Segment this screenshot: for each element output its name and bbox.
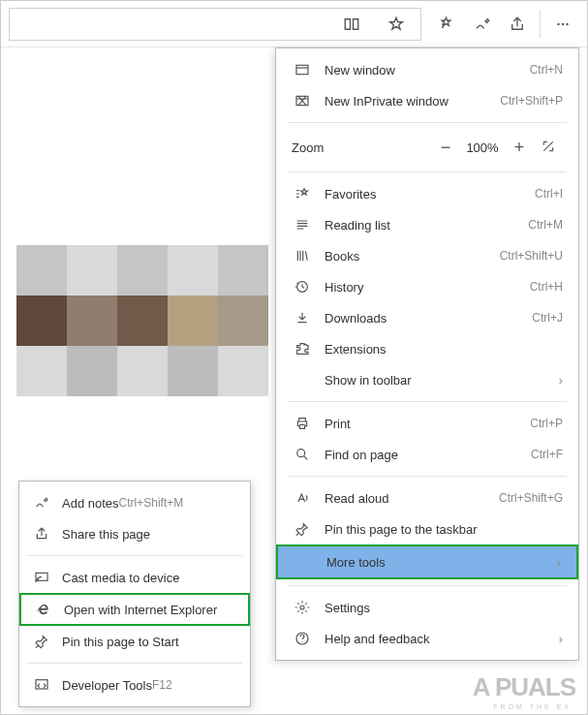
menu-label: Pin this page to Start — [62, 635, 179, 649]
svg-point-0 — [557, 22, 559, 24]
menu-history[interactable]: History Ctrl+H — [276, 271, 578, 302]
menu-more-tools[interactable]: More tools › — [276, 544, 578, 579]
menu-label: Help and feedback — [325, 632, 559, 646]
favorites-hub-icon[interactable] — [431, 8, 464, 41]
devtools-icon — [31, 677, 52, 693]
chevron-right-icon: › — [559, 373, 563, 388]
toolbar-separator — [540, 11, 541, 38]
blurred-content — [16, 195, 268, 447]
window-icon — [292, 62, 313, 78]
reading-view-icon[interactable] — [335, 8, 368, 41]
svg-rect-3 — [296, 65, 308, 74]
menu-show-in-toolbar[interactable]: Show in toolbar › — [276, 364, 578, 395]
toolbar — [1, 1, 587, 47]
menu-settings[interactable]: Settings — [276, 592, 578, 623]
inprivate-icon — [292, 93, 313, 109]
watermark: A PUALS — [473, 672, 575, 702]
menu-label: More tools — [326, 555, 557, 570]
menu-divider — [288, 171, 567, 172]
menu-new-window[interactable]: New window Ctrl+N — [276, 54, 578, 85]
menu-label: Read aloud — [325, 491, 499, 506]
menu-find[interactable]: Find on page Ctrl+F — [276, 439, 578, 470]
menu-divider — [27, 555, 242, 556]
submenu-dev-tools[interactable]: Developer Tools F12 — [19, 669, 250, 700]
menu-shortcut: Ctrl+Shift+M — [119, 496, 184, 510]
pin-icon — [292, 521, 313, 537]
fullscreen-button[interactable] — [534, 138, 563, 158]
zoom-out-button[interactable]: − — [431, 138, 460, 158]
menu-shortcut: Ctrl+F — [531, 448, 563, 461]
svg-point-7 — [300, 606, 304, 609]
print-icon — [292, 416, 313, 431]
menu-print[interactable]: Print Ctrl+P — [276, 408, 578, 439]
menu-divider — [27, 663, 242, 664]
menu-reading-list[interactable]: Reading list Ctrl+M — [276, 209, 578, 240]
svg-point-1 — [562, 22, 564, 24]
menu-divider — [288, 476, 567, 477]
menu-divider — [288, 401, 567, 402]
menu-label: Extensions — [325, 342, 563, 357]
menu-label: Settings — [325, 601, 563, 615]
address-bar[interactable] — [9, 8, 421, 41]
svg-rect-10 — [36, 680, 47, 689]
menu-pin-taskbar[interactable]: Pin this page to the taskbar — [276, 513, 578, 544]
chevron-right-icon: › — [559, 632, 563, 646]
svg-point-6 — [297, 450, 305, 457]
submenu-add-notes[interactable]: Add notes Ctrl+Shift+M — [19, 487, 250, 518]
menu-label: Downloads — [325, 311, 532, 326]
menu-shortcut: Ctrl+M — [528, 218, 563, 232]
submenu-cast[interactable]: Cast media to device — [19, 562, 250, 593]
cast-icon — [31, 570, 52, 585]
menu-label: New window — [325, 63, 530, 78]
menu-shortcut: F12 — [152, 678, 172, 692]
menu-shortcut: Ctrl+P — [530, 417, 563, 430]
puzzle-icon — [292, 341, 313, 357]
history-icon — [292, 279, 313, 295]
settings-menu: New window Ctrl+N New InPrivate window C… — [275, 47, 579, 661]
more-menu-icon[interactable] — [546, 8, 579, 41]
submenu-share[interactable]: Share this page — [19, 518, 250, 549]
menu-label: New InPrivate window — [325, 94, 500, 109]
search-icon — [292, 447, 313, 462]
menu-divider — [288, 585, 567, 586]
gear-icon — [292, 600, 313, 615]
menu-favorites[interactable]: Favorites Ctrl+I — [276, 178, 578, 209]
menu-shortcut: Ctrl+J — [532, 311, 563, 325]
menu-read-aloud[interactable]: Read aloud Ctrl+Shift+G — [276, 482, 578, 513]
menu-label: Print — [325, 417, 530, 431]
menu-shortcut: Ctrl+I — [535, 187, 563, 201]
menu-shortcut: Ctrl+Shift+U — [500, 249, 563, 263]
menu-help[interactable]: Help and feedback › — [276, 623, 578, 654]
download-icon — [292, 310, 313, 326]
menu-label: Share this page — [62, 527, 150, 542]
menu-label: Cast media to device — [62, 571, 179, 585]
read-aloud-icon — [292, 490, 313, 506]
ie-icon — [33, 602, 54, 617]
menu-downloads[interactable]: Downloads Ctrl+J — [276, 302, 578, 333]
menu-label: Open with Internet Explorer — [64, 603, 217, 617]
share-icon[interactable] — [501, 8, 534, 41]
menu-label: Add notes — [62, 496, 119, 511]
menu-books[interactable]: Books Ctrl+Shift+U — [276, 240, 578, 271]
menu-extensions[interactable]: Extensions — [276, 333, 578, 364]
menu-shortcut: Ctrl+Shift+G — [499, 491, 563, 505]
menu-divider — [288, 122, 567, 123]
submenu-pin-start[interactable]: Pin this page to Start — [19, 626, 250, 657]
submenu-open-ie[interactable]: Open with Internet Explorer — [19, 593, 250, 626]
menu-label: Find on page — [325, 448, 531, 462]
pin-icon — [31, 634, 52, 649]
favorite-star-icon[interactable] — [380, 8, 413, 41]
help-icon — [292, 631, 313, 646]
zoom-value: 100% — [460, 140, 505, 155]
notes-icon[interactable] — [466, 8, 499, 41]
menu-label: Reading list — [325, 218, 528, 233]
svg-point-2 — [566, 22, 568, 24]
zoom-in-button[interactable]: + — [505, 138, 534, 158]
menu-shortcut: Ctrl+N — [530, 63, 563, 77]
menu-label: Pin this page to the taskbar — [325, 522, 563, 537]
menu-label: Show in toolbar — [325, 373, 559, 388]
chevron-right-icon: › — [557, 555, 561, 570]
books-icon — [292, 248, 313, 264]
watermark-sub: FROM THE EX — [493, 703, 572, 710]
menu-new-inprivate[interactable]: New InPrivate window Ctrl+Shift+P — [276, 85, 578, 116]
